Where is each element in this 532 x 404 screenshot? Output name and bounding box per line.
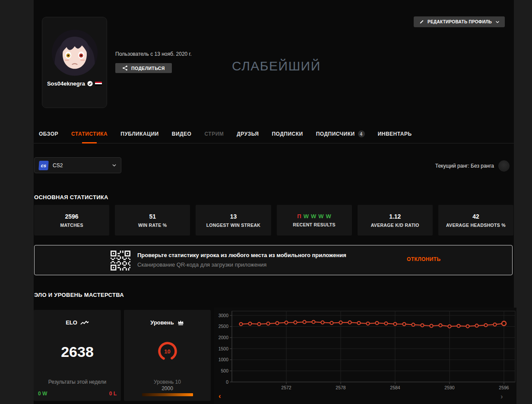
svg-text:0: 0 xyxy=(226,379,228,385)
tab-5[interactable]: ДРУЗЬЯ xyxy=(237,130,259,137)
share-button-label: ПОДЕЛИТЬСЯ xyxy=(131,66,165,71)
qr-banner-title: Проверьте статистику игрока из любого ме… xyxy=(137,252,346,258)
tab-badge: 4 xyxy=(358,130,365,137)
dismiss-button[interactable]: ОТКЛОНИТЬ xyxy=(407,256,441,262)
tab-label: ДРУЗЬЯ xyxy=(237,131,259,137)
tab-label: ВИДЕО xyxy=(172,131,192,137)
tab-label: ПОДПИСКИ xyxy=(272,131,303,137)
tab-6[interactable]: ПОДПИСКИ xyxy=(272,130,303,137)
qr-code-icon xyxy=(111,251,130,270)
game-selector-value: CS2 xyxy=(53,162,108,169)
tab-0[interactable]: ОБЗОР xyxy=(39,130,58,137)
edit-profile-button[interactable]: РЕДАКТИРОВАТЬ ПРОФИЛЬ xyxy=(414,16,505,27)
current-rank-label: Текущий ранг: Без ранга xyxy=(435,163,494,169)
elo-card-title: ELO xyxy=(66,319,77,326)
level-label: Уровень 10 xyxy=(124,379,211,385)
cs2-icon: cs xyxy=(38,161,49,170)
pencil-icon xyxy=(419,19,424,25)
game-selector-dropdown[interactable]: cs CS2 xyxy=(34,157,121,173)
avatar-image xyxy=(51,29,99,77)
week-results-label: Результаты этой недели xyxy=(34,379,121,385)
stat-label: AVERAGE K/D RATIO xyxy=(371,223,419,228)
profile-motto: СЛАБЕЙШИЙ xyxy=(232,59,321,73)
tab-label: ПУБЛИКАЦИИ xyxy=(120,131,158,137)
stat-card-2: 13LONGEST WIN STREAK xyxy=(196,205,271,235)
tab-3[interactable]: ВИДЕО xyxy=(172,130,192,137)
elo-value: 2638 xyxy=(34,344,121,360)
chevron-down-icon xyxy=(112,163,117,168)
stat-cards-row: 2596MATCHES51WIN RATE %13LONGEST WIN STR… xyxy=(34,205,513,235)
qr-banner: Проверьте статистику игрока из любого ме… xyxy=(34,245,513,275)
username: Sos04eknegra xyxy=(47,80,85,87)
stat-card-3: ПWWWWRECENT RESULTS xyxy=(277,205,352,235)
elo-card: ELO 2638 Результаты этой недели 0 W 0 L xyxy=(34,310,121,401)
tab-7[interactable]: ПОДПИСЧИКИ4 xyxy=(316,130,365,137)
stat-card-0: 2596MATCHES xyxy=(34,205,109,235)
current-rank: Текущий ранг: Без ранга xyxy=(435,160,510,172)
edit-profile-label: РЕДАКТИРОВАТЬ ПРОФИЛЬ xyxy=(428,19,492,24)
avatar-card: Sos04eknegra xyxy=(42,17,107,108)
verified-icon xyxy=(87,81,93,86)
stat-value: 2596 xyxy=(65,213,79,220)
svg-text:2584: 2584 xyxy=(390,385,400,390)
tab-label: ОБЗОР xyxy=(39,131,58,137)
tab-2[interactable]: ПУБЛИКАЦИИ xyxy=(120,130,158,137)
week-wins: 0 W xyxy=(38,391,47,397)
elo-graph-icon xyxy=(80,320,89,325)
svg-text:1500: 1500 xyxy=(218,346,229,351)
result-letter: П xyxy=(297,213,301,219)
stat-label: LONGEST WIN STREAK xyxy=(206,223,261,228)
svg-text:2578: 2578 xyxy=(336,385,346,390)
level-10-icon: 10 xyxy=(157,341,178,362)
stat-label: WIN RATE % xyxy=(138,223,167,228)
stat-label: AVERAGE HEADSHOTS % xyxy=(446,223,506,228)
svg-text:2590: 2590 xyxy=(444,385,455,390)
result-letter: W xyxy=(318,213,323,219)
crown-icon xyxy=(177,319,184,326)
svg-text:2000: 2000 xyxy=(218,335,229,340)
svg-text:3000: 3000 xyxy=(218,313,229,318)
rank-badge-icon xyxy=(498,160,510,172)
stat-label: MATCHES xyxy=(60,223,83,228)
stat-value: 13 xyxy=(230,213,237,220)
tab-label: СТРИМ xyxy=(204,131,224,137)
avatar[interactable] xyxy=(51,29,99,77)
stat-value: 42 xyxy=(472,213,479,220)
tab-label: ПОДПИСЧИКИ xyxy=(316,131,355,137)
tab-label: ИНВЕНТАРЬ xyxy=(378,131,412,137)
profile-page: Sos04eknegra Пользователь с 13 нояб. 202… xyxy=(34,0,514,404)
chart-prev-arrow[interactable]: ‹ xyxy=(218,392,221,400)
elo-section-title: ЭЛО И УРОВЕНЬ МАСТЕРСТВА xyxy=(34,292,124,298)
svg-text:2572: 2572 xyxy=(281,385,291,390)
stat-value: 51 xyxy=(149,213,156,220)
chevron-down-icon xyxy=(495,20,500,24)
svg-text:500: 500 xyxy=(221,368,228,373)
level-card-title: Уровень xyxy=(150,319,174,326)
level-threshold: 2000 xyxy=(124,385,211,391)
tabs-bar: ОБЗОРСТАТИСТИКАПУБЛИКАЦИИВИДЕОСТРИМДРУЗЬ… xyxy=(34,128,514,143)
qr-banner-subtitle: Сканирование QR-кода для загрузки прилож… xyxy=(137,261,346,268)
country-flag-icon xyxy=(95,82,102,86)
tab-8[interactable]: ИНВЕНТАРЬ xyxy=(378,130,412,137)
stat-value: 1.12 xyxy=(389,213,401,220)
result-letter: W xyxy=(304,213,309,219)
recent-results-letters: ПWWWW xyxy=(297,213,331,219)
stat-card-5: 42AVERAGE HEADSHOTS % xyxy=(438,205,513,235)
stat-card-1: 51WIN RATE % xyxy=(115,205,190,235)
tab-1[interactable]: СТАТИСТИКА xyxy=(71,130,108,137)
elo-line-chart: 0500100015002000250030002572257825842590… xyxy=(214,308,516,394)
main-stats-title: ОСНОВНАЯ СТАТИСТИКА xyxy=(34,194,108,200)
result-letter: W xyxy=(311,213,316,219)
level-number: 10 xyxy=(157,341,178,362)
svg-text:1000: 1000 xyxy=(218,357,229,362)
chart-next-arrow[interactable]: › xyxy=(500,393,503,400)
level-card: Уровень 10 Уровень 10 2000 xyxy=(124,310,211,401)
stat-card-4: 1.12AVERAGE K/D RATIO xyxy=(358,205,433,235)
tab-4[interactable]: СТРИМ xyxy=(204,130,224,137)
svg-text:2596: 2596 xyxy=(499,385,509,390)
share-button[interactable]: ПОДЕЛИТЬСЯ xyxy=(115,63,172,73)
member-since-label: Пользователь с 13 нояб. 2020 г. xyxy=(115,51,192,57)
elo-history-chart: 0500100015002000250030002572257825842590… xyxy=(214,308,516,404)
result-letter: W xyxy=(326,213,331,219)
svg-text:2500: 2500 xyxy=(218,324,229,329)
